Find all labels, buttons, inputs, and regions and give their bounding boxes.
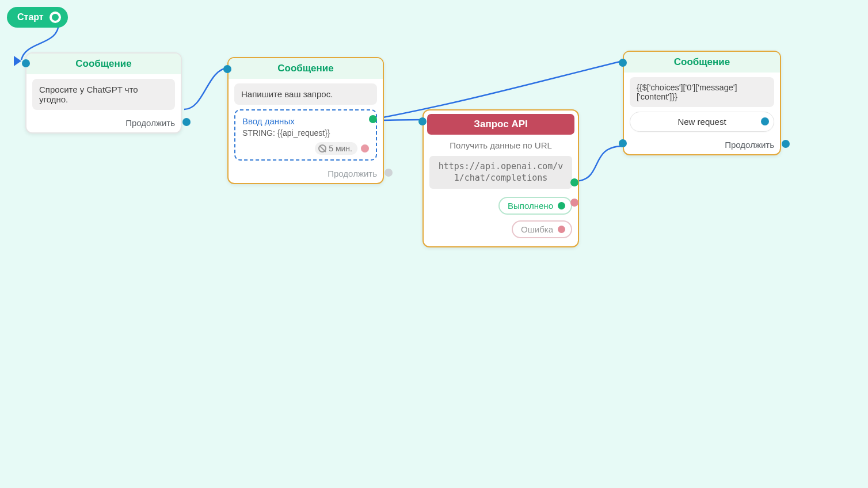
- continue-row: Продолжить: [229, 166, 383, 183]
- node-title: Запрос API: [427, 114, 574, 135]
- start-arrowhead: [14, 56, 21, 66]
- message-node-3[interactable]: Сообщение {{$['choices']['0']['message']…: [623, 51, 781, 155]
- message-text: Напишите ваш запрос.: [234, 83, 377, 105]
- timeout-port[interactable]: [361, 144, 369, 152]
- continue-label: Продолжить: [725, 140, 774, 150]
- message-text: Спросите у ChatGPT что угодно.: [32, 79, 175, 110]
- api-subtitle: Получить данные по URL: [429, 137, 572, 151]
- input-port[interactable]: [22, 59, 30, 67]
- status-success-pill[interactable]: Выполнено: [498, 197, 572, 215]
- data-input-card[interactable]: Ввод данных STRING: {{api_request}} 5 ми…: [234, 109, 377, 161]
- message-node-2[interactable]: Сообщение Напишите ваш запрос. Ввод данн…: [227, 57, 384, 184]
- new-request-label: New request: [677, 117, 726, 127]
- timeout-label: 5 мин.: [329, 144, 352, 153]
- message-node-1[interactable]: Сообщение Спросите у ChatGPT что угодно.…: [25, 52, 182, 134]
- data-input-title: Ввод данных: [242, 116, 369, 126]
- node-title: Сообщение: [624, 52, 780, 73]
- start-port-icon: [50, 12, 61, 23]
- continue-port[interactable]: [182, 118, 191, 126]
- status-error-pill[interactable]: Ошибка: [512, 220, 572, 238]
- new-request-chip[interactable]: New request: [630, 112, 774, 132]
- continue-port[interactable]: [782, 140, 790, 148]
- data-input-port[interactable]: [369, 115, 377, 123]
- node-title: Сообщение: [229, 58, 383, 79]
- data-input-variable: STRING: {{api_request}}: [242, 128, 369, 138]
- message-text: {{$['choices']['0']['message']['content'…: [630, 77, 774, 107]
- success-port[interactable]: [570, 178, 578, 186]
- timeout-chip: 5 мин.: [315, 142, 357, 155]
- start-label: Старт: [17, 12, 44, 22]
- success-port-icon: [558, 202, 565, 209]
- status-error-label: Ошибка: [521, 224, 553, 234]
- error-port[interactable]: [570, 199, 578, 207]
- ban-icon: [318, 144, 326, 152]
- input-port[interactable]: [418, 117, 427, 125]
- continue-row: Продолжить: [624, 138, 780, 154]
- api-url: https://api.openai.com/v1/chat/completio…: [429, 156, 572, 189]
- input-port[interactable]: [223, 65, 231, 73]
- continue-port[interactable]: [384, 169, 393, 177]
- status-success-label: Выполнено: [508, 201, 553, 211]
- continue-row: Продолжить: [26, 116, 181, 132]
- node-title: Сообщение: [26, 54, 181, 74]
- new-request-port[interactable]: [761, 117, 769, 125]
- input-port-top[interactable]: [619, 59, 627, 67]
- api-request-node[interactable]: Запрос API Получить данные по URL https:…: [422, 109, 579, 247]
- start-node[interactable]: Старт: [7, 7, 68, 28]
- continue-label: Продолжить: [328, 169, 377, 178]
- continue-label: Продолжить: [125, 118, 175, 128]
- error-port-icon: [558, 226, 565, 233]
